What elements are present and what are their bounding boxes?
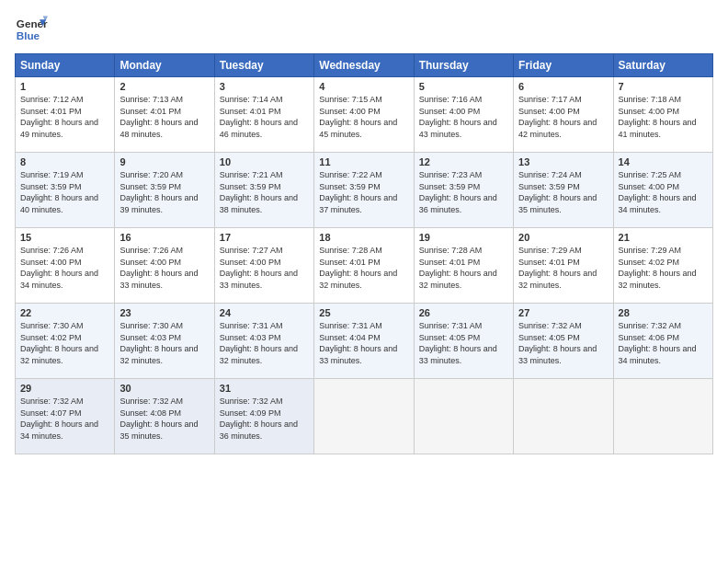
calendar-day-cell: 31Sunrise: 7:32 AMSunset: 4:09 PMDayligh…: [214, 379, 313, 454]
day-info: Sunrise: 7:18 AMSunset: 4:00 PMDaylight:…: [619, 95, 697, 139]
calendar-week-row: 15Sunrise: 7:26 AMSunset: 4:00 PMDayligh…: [16, 228, 713, 304]
day-info: Sunrise: 7:22 AMSunset: 3:59 PMDaylight:…: [319, 170, 397, 214]
day-info: Sunrise: 7:13 AMSunset: 4:01 PMDaylight:…: [119, 95, 198, 139]
day-info: Sunrise: 7:15 AMSunset: 4:00 PMDaylight:…: [319, 95, 397, 139]
calendar-day-cell: 16Sunrise: 7:26 AMSunset: 4:00 PMDayligh…: [115, 228, 214, 304]
calendar-day-cell: 23Sunrise: 7:30 AMSunset: 4:03 PMDayligh…: [115, 304, 214, 379]
calendar-day-cell: 27Sunrise: 7:32 AMSunset: 4:05 PMDayligh…: [514, 304, 613, 379]
day-of-week-header: Thursday: [414, 54, 513, 77]
calendar-day-cell: 1Sunrise: 7:12 AMSunset: 4:01 PMDaylight…: [16, 77, 115, 153]
day-number: 14: [619, 156, 708, 167]
day-info: Sunrise: 7:26 AMSunset: 4:00 PMDaylight:…: [119, 246, 198, 290]
day-number: 18: [319, 232, 408, 243]
day-info: Sunrise: 7:32 AMSunset: 4:07 PMDaylight:…: [20, 396, 98, 441]
day-number: 12: [419, 156, 508, 167]
day-number: 26: [419, 307, 508, 318]
calendar-day-cell: 2Sunrise: 7:13 AMSunset: 4:01 PMDaylight…: [115, 77, 214, 153]
calendar-day-cell: 3Sunrise: 7:14 AMSunset: 4:01 PMDaylight…: [214, 77, 313, 153]
day-of-week-header: Tuesday: [214, 54, 313, 77]
day-number: 8: [20, 156, 109, 167]
calendar-day-cell: 7Sunrise: 7:18 AMSunset: 4:00 PMDaylight…: [613, 77, 712, 153]
day-of-week-header: Sunday: [16, 54, 115, 77]
calendar-day-cell: 26Sunrise: 7:31 AMSunset: 4:05 PMDayligh…: [414, 304, 513, 379]
day-info: Sunrise: 7:31 AMSunset: 4:04 PMDaylight:…: [319, 321, 397, 365]
day-info: Sunrise: 7:29 AMSunset: 4:01 PMDaylight:…: [518, 246, 597, 290]
calendar-week-row: 29Sunrise: 7:32 AMSunset: 4:07 PMDayligh…: [16, 379, 713, 454]
calendar-week-row: 1Sunrise: 7:12 AMSunset: 4:01 PMDaylight…: [16, 77, 713, 153]
calendar-day-cell: 30Sunrise: 7:32 AMSunset: 4:08 PMDayligh…: [115, 379, 214, 454]
day-number: 16: [119, 232, 209, 243]
day-number: 21: [619, 232, 708, 243]
day-number: 22: [20, 307, 109, 318]
day-number: 4: [319, 81, 408, 92]
day-info: Sunrise: 7:31 AMSunset: 4:05 PMDaylight:…: [419, 321, 497, 365]
calendar-day-cell: 15Sunrise: 7:26 AMSunset: 4:00 PMDayligh…: [16, 228, 115, 304]
calendar-day-cell: 25Sunrise: 7:31 AMSunset: 4:04 PMDayligh…: [314, 304, 414, 379]
day-info: Sunrise: 7:17 AMSunset: 4:00 PMDaylight:…: [518, 95, 597, 139]
calendar-day-cell: [314, 379, 414, 454]
page: General Blue SundayMondayTuesdayWednesda…: [0, 0, 728, 563]
day-of-week-header: Wednesday: [314, 54, 414, 77]
calendar-day-cell: [514, 379, 613, 454]
day-info: Sunrise: 7:25 AMSunset: 4:00 PMDaylight:…: [619, 170, 697, 214]
day-number: 5: [419, 81, 508, 92]
calendar-day-cell: 17Sunrise: 7:27 AMSunset: 4:00 PMDayligh…: [214, 228, 313, 304]
day-number: 13: [518, 156, 608, 167]
day-number: 10: [220, 156, 309, 167]
day-info: Sunrise: 7:28 AMSunset: 4:01 PMDaylight:…: [319, 246, 397, 290]
day-info: Sunrise: 7:20 AMSunset: 3:59 PMDaylight:…: [119, 170, 198, 214]
day-info: Sunrise: 7:30 AMSunset: 4:02 PMDaylight:…: [20, 321, 98, 365]
logo: General Blue: [15, 13, 50, 46]
day-number: 6: [518, 81, 608, 92]
calendar-day-cell: 18Sunrise: 7:28 AMSunset: 4:01 PMDayligh…: [314, 228, 414, 304]
day-info: Sunrise: 7:24 AMSunset: 3:59 PMDaylight:…: [518, 170, 597, 214]
day-info: Sunrise: 7:19 AMSunset: 3:59 PMDaylight:…: [20, 170, 98, 214]
day-number: 3: [220, 81, 309, 92]
day-number: 30: [119, 383, 209, 394]
calendar-day-cell: 4Sunrise: 7:15 AMSunset: 4:00 PMDaylight…: [314, 77, 414, 153]
logo-icon: General Blue: [15, 13, 48, 46]
calendar-day-cell: [414, 379, 513, 454]
calendar-day-cell: 22Sunrise: 7:30 AMSunset: 4:02 PMDayligh…: [16, 304, 115, 379]
day-number: 24: [220, 307, 309, 318]
day-info: Sunrise: 7:31 AMSunset: 4:03 PMDaylight:…: [220, 321, 298, 365]
day-number: 28: [619, 307, 708, 318]
calendar-day-cell: 14Sunrise: 7:25 AMSunset: 4:00 PMDayligh…: [613, 153, 712, 228]
day-of-week-header: Saturday: [613, 54, 712, 77]
day-number: 2: [119, 81, 209, 92]
calendar-day-cell: [613, 379, 712, 454]
header: General Blue: [15, 13, 713, 46]
calendar-day-cell: 19Sunrise: 7:28 AMSunset: 4:01 PMDayligh…: [414, 228, 513, 304]
calendar-day-cell: 28Sunrise: 7:32 AMSunset: 4:06 PMDayligh…: [613, 304, 712, 379]
day-info: Sunrise: 7:23 AMSunset: 3:59 PMDaylight:…: [419, 170, 497, 214]
day-number: 27: [518, 307, 608, 318]
calendar-day-cell: 13Sunrise: 7:24 AMSunset: 3:59 PMDayligh…: [514, 153, 613, 228]
calendar-day-cell: 6Sunrise: 7:17 AMSunset: 4:00 PMDaylight…: [514, 77, 613, 153]
calendar-day-cell: 21Sunrise: 7:29 AMSunset: 4:02 PMDayligh…: [613, 228, 712, 304]
day-number: 17: [220, 232, 309, 243]
calendar-day-cell: 8Sunrise: 7:19 AMSunset: 3:59 PMDaylight…: [16, 153, 115, 228]
day-info: Sunrise: 7:27 AMSunset: 4:00 PMDaylight:…: [220, 246, 298, 290]
calendar-table: SundayMondayTuesdayWednesdayThursdayFrid…: [15, 53, 713, 454]
day-number: 7: [619, 81, 708, 92]
day-info: Sunrise: 7:32 AMSunset: 4:05 PMDaylight:…: [518, 321, 597, 365]
calendar-day-cell: 9Sunrise: 7:20 AMSunset: 3:59 PMDaylight…: [115, 153, 214, 228]
calendar-header-row: SundayMondayTuesdayWednesdayThursdayFrid…: [16, 54, 713, 77]
day-info: Sunrise: 7:30 AMSunset: 4:03 PMDaylight:…: [119, 321, 198, 365]
day-of-week-header: Friday: [514, 54, 613, 77]
day-info: Sunrise: 7:32 AMSunset: 4:06 PMDaylight:…: [619, 321, 697, 365]
day-info: Sunrise: 7:12 AMSunset: 4:01 PMDaylight:…: [20, 95, 98, 139]
day-number: 23: [119, 307, 209, 318]
day-number: 20: [518, 232, 608, 243]
day-info: Sunrise: 7:32 AMSunset: 4:09 PMDaylight:…: [220, 396, 298, 441]
day-info: Sunrise: 7:16 AMSunset: 4:00 PMDaylight:…: [419, 95, 497, 139]
calendar-day-cell: 20Sunrise: 7:29 AMSunset: 4:01 PMDayligh…: [514, 228, 613, 304]
day-number: 11: [319, 156, 408, 167]
calendar-day-cell: 5Sunrise: 7:16 AMSunset: 4:00 PMDaylight…: [414, 77, 513, 153]
day-number: 19: [419, 232, 508, 243]
calendar-day-cell: 24Sunrise: 7:31 AMSunset: 4:03 PMDayligh…: [214, 304, 313, 379]
day-info: Sunrise: 7:21 AMSunset: 3:59 PMDaylight:…: [220, 170, 298, 214]
calendar-week-row: 8Sunrise: 7:19 AMSunset: 3:59 PMDaylight…: [16, 153, 713, 228]
day-info: Sunrise: 7:28 AMSunset: 4:01 PMDaylight:…: [419, 246, 497, 290]
day-of-week-header: Monday: [115, 54, 214, 77]
